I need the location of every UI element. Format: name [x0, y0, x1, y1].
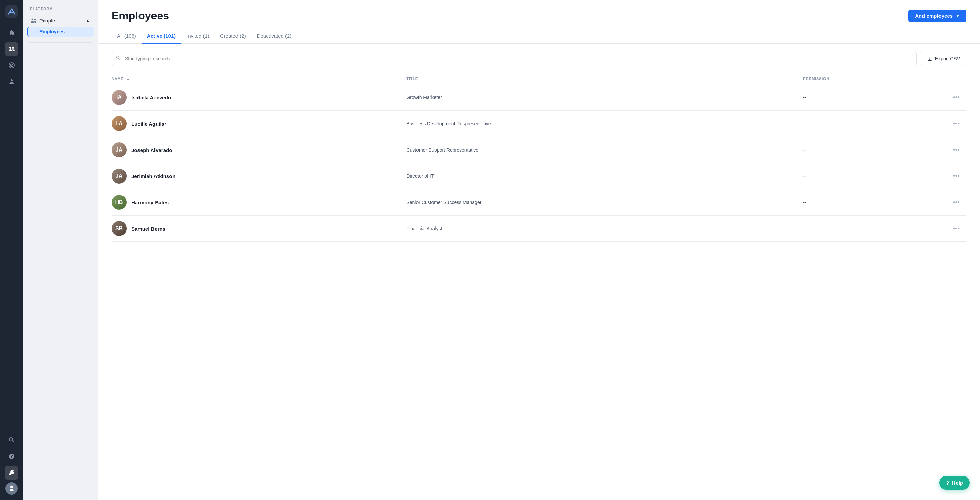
table-row[interactable]: HBHarmony BatesSenior Customer Success M…	[111, 189, 966, 216]
employee-actions-cell: •••	[946, 163, 966, 189]
employee-name-text: Joseph Alvarado	[131, 147, 172, 153]
employee-name-text: Lucille Aguilar	[131, 121, 166, 127]
employee-name-text: Harmony Bates	[131, 200, 169, 205]
tab-all[interactable]: All (106)	[111, 29, 142, 44]
employee-actions-cell: •••	[946, 189, 966, 216]
key-nav-icon[interactable]	[5, 466, 18, 479]
employee-permission-cell: --	[799, 163, 946, 189]
sidebar-section-people: People ▲ Employees	[23, 14, 98, 38]
employee-name-text: Isabela Acevedo	[131, 95, 171, 101]
more-options-button[interactable]: •••	[950, 198, 962, 208]
tabs-bar: All (106)Active (101)Invited (1)Created …	[98, 29, 980, 44]
people-nav-icon[interactable]	[5, 42, 18, 56]
col-permission: PERMISSION	[799, 73, 946, 85]
table-row[interactable]: LALucille AguilarBusiness Development Re…	[111, 111, 966, 137]
tab-invited[interactable]: Invited (1)	[181, 29, 215, 44]
employee-title-cell: Growth Marketer	[402, 85, 799, 111]
sidebar-people-label: People	[40, 18, 55, 24]
main-content: Employees Add employees ▼ All (106)Activ…	[98, 0, 980, 500]
tab-created[interactable]: Created (2)	[215, 29, 251, 44]
col-title: TITLE	[402, 73, 799, 85]
employee-permission-cell: --	[799, 189, 946, 216]
search-wrap	[111, 52, 917, 65]
employee-actions-cell: •••	[946, 137, 966, 163]
platform-label: PLATFORM	[23, 0, 98, 14]
sidebar-divider	[29, 42, 92, 43]
export-csv-button[interactable]: Export CSV	[921, 52, 966, 65]
employee-actions-cell: •••	[946, 85, 966, 111]
employee-title-cell: Senior Customer Success Manager	[402, 189, 799, 216]
employee-avatar: SB	[111, 221, 127, 236]
nav-bar	[0, 0, 23, 500]
help-icon: ?	[946, 480, 949, 486]
sidebar-item-people[interactable]: People ▲	[27, 15, 94, 27]
employee-actions-cell: •••	[946, 111, 966, 137]
employee-permission-cell: --	[799, 216, 946, 242]
search-nav-icon[interactable]	[5, 433, 18, 447]
help-label: Help	[952, 480, 963, 486]
col-actions	[946, 73, 966, 85]
sidebar: PLATFORM People ▲ Employees	[23, 0, 98, 500]
search-input[interactable]	[111, 52, 917, 65]
employee-name-cell: JAJoseph Alvarado	[111, 137, 402, 163]
more-options-button[interactable]: •••	[950, 224, 962, 234]
sidebar-item-employees[interactable]: Employees	[27, 27, 94, 37]
table-row[interactable]: IAIsabela AcevedoGrowth Marketer--•••	[111, 85, 966, 111]
employee-title-cell: Financial Analyst	[402, 216, 799, 242]
help-nav-icon[interactable]	[5, 450, 18, 463]
export-csv-label: Export CSV	[935, 56, 960, 61]
add-employees-chevron: ▼	[956, 14, 959, 18]
search-export-row: Export CSV	[111, 52, 966, 65]
employees-tbody: IAIsabela AcevedoGrowth Marketer--•••LAL…	[111, 85, 966, 242]
col-name[interactable]: NAME ▲	[111, 73, 402, 85]
download-icon	[927, 56, 932, 61]
table-row[interactable]: SBSamuel BernsFinancial Analyst--•••	[111, 216, 966, 242]
table-row[interactable]: JAJoseph AlvaradoCustomer Support Repres…	[111, 137, 966, 163]
employees-table: NAME ▲ TITLE PERMISSION IAIsabela Aceved…	[111, 73, 966, 242]
more-options-button[interactable]: •••	[950, 93, 962, 102]
add-employees-button[interactable]: Add employees ▼	[908, 10, 966, 22]
employee-avatar: IA	[111, 90, 127, 105]
employee-name-cell: LALucille Aguilar	[111, 111, 402, 137]
person-nav-icon[interactable]	[5, 75, 18, 89]
sidebar-employees-label: Employees	[40, 29, 65, 34]
user-avatar[interactable]	[5, 482, 18, 495]
more-options-button[interactable]: •••	[950, 119, 962, 129]
search-icon	[116, 55, 121, 62]
employee-permission-cell: --	[799, 137, 946, 163]
employee-avatar: JA	[111, 142, 127, 157]
employee-avatar: HB	[111, 195, 127, 210]
employee-title-cell: Business Development Respresentative	[402, 111, 799, 137]
tab-deactivated[interactable]: Deactivated (2)	[251, 29, 297, 44]
chevron-up-icon: ▲	[86, 18, 90, 24]
employee-name-text: Jerimiah Atkinson	[131, 173, 175, 179]
employee-avatar: JA	[111, 169, 127, 184]
employee-name-text: Samuel Berns	[131, 226, 165, 232]
employee-title-cell: Director of IT	[402, 163, 799, 189]
employee-avatar: LA	[111, 116, 127, 131]
page-title: Employees	[111, 10, 169, 22]
employee-name-cell: IAIsabela Acevedo	[111, 85, 402, 111]
home-nav-icon[interactable]	[5, 26, 18, 40]
main-header: Employees Add employees ▼	[98, 0, 980, 29]
svg-rect-0	[5, 5, 18, 18]
table-header: NAME ▲ TITLE PERMISSION	[111, 73, 966, 85]
sort-arrow-icon: ▲	[126, 77, 130, 81]
employee-name-cell: JAJerimiah Atkinson	[111, 163, 402, 189]
more-options-button[interactable]: •••	[950, 171, 962, 181]
app-logo[interactable]	[5, 5, 18, 18]
employee-name-cell: SBSamuel Berns	[111, 216, 402, 242]
employee-permission-cell: --	[799, 85, 946, 111]
target-nav-icon[interactable]	[5, 59, 18, 72]
svg-point-3	[11, 65, 12, 66]
tab-active[interactable]: Active (101)	[142, 29, 181, 44]
help-button[interactable]: ? Help	[939, 476, 970, 490]
employee-title-cell: Customer Support Representative	[402, 137, 799, 163]
add-employees-label: Add employees	[915, 13, 953, 19]
more-options-button[interactable]: •••	[950, 145, 962, 155]
employee-actions-cell: •••	[946, 216, 966, 242]
content-area: Export CSV NAME ▲ TITLE PERMISSION IAIsa…	[98, 44, 980, 500]
employee-permission-cell: --	[799, 111, 946, 137]
employee-name-cell: HBHarmony Bates	[111, 189, 402, 216]
table-row[interactable]: JAJerimiah AtkinsonDirector of IT--•••	[111, 163, 966, 189]
